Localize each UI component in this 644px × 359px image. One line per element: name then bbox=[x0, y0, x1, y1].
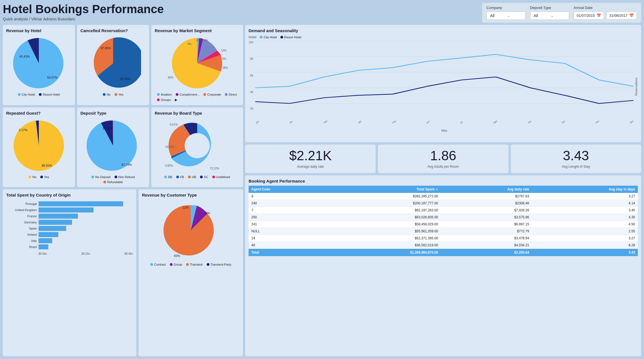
cancelled-title: Cancelled Reservation? bbox=[80, 28, 146, 33]
deposit-type-svg: 12.13% 87.73% bbox=[85, 118, 141, 174]
bar-track bbox=[39, 238, 133, 243]
bar-label: Spain bbox=[6, 227, 37, 230]
calendar-icon: 📅 bbox=[629, 13, 634, 18]
cell-total: $52,371,395.00 bbox=[330, 235, 441, 242]
footer-total-spent: $1,269,964,970.00 bbox=[330, 249, 441, 256]
cell-agent: 250 bbox=[249, 214, 330, 221]
company-select[interactable]: All ⌄ bbox=[486, 11, 526, 20]
deposit-select[interactable]: All ⌄ bbox=[530, 11, 569, 20]
kpi-value-0: $2.21K bbox=[289, 149, 332, 162]
svg-text:19.32%: 19.32% bbox=[165, 145, 175, 148]
cell-avg-stay: 3.27 bbox=[532, 193, 638, 200]
legend-city-hotel: City Hotel bbox=[18, 93, 35, 96]
cell-avg-stay: 4.50 bbox=[532, 221, 638, 228]
svg-text:54.57%: 54.57% bbox=[47, 76, 58, 79]
demand-chart-wrap: 10K 8K 6K 4K 2K bbox=[249, 41, 638, 132]
bar-row: Ireland bbox=[6, 232, 133, 237]
customer-svg: 11% 6% 83% bbox=[159, 200, 223, 261]
date-start-input[interactable]: 01/07/2015 📅 bbox=[574, 11, 604, 20]
cancelled-legend: No Yes bbox=[103, 93, 123, 96]
bar-row: Germany bbox=[6, 220, 133, 225]
col-avg-rate: Avg daily rate bbox=[441, 186, 532, 193]
deposit-label: Deposit Type bbox=[530, 6, 569, 10]
kpi-value-2: 3.43 bbox=[563, 149, 589, 162]
company-filter: Company All ⌄ bbox=[486, 6, 526, 20]
table-row: 250 $63,026,605.00 $3,575.96 4.35 bbox=[249, 214, 638, 221]
bar-row: Spain bbox=[6, 226, 133, 231]
legend-yes-rg: Yes bbox=[40, 175, 49, 179]
cell-avg-rate: $2767.63 bbox=[441, 193, 532, 200]
col-total-spent: Total Spent ▼ bbox=[330, 186, 441, 193]
revenue-hotel-legend: City Hotel Resort Hotel bbox=[18, 93, 60, 96]
table-row: 14 $52,371,395.00 $3,478.94 3.27 bbox=[249, 235, 638, 242]
line-chart-svg bbox=[255, 41, 633, 119]
cancelled-reservation-card: Cancelled Reservation? 37.05% 62.95% bbox=[77, 25, 149, 105]
svg-text:45.43%: 45.43% bbox=[19, 55, 30, 58]
bar-row: Italy bbox=[6, 238, 133, 243]
kpi-label-2: Avg Lenght of Stay bbox=[562, 165, 590, 169]
date-end-input[interactable]: 31/08/2017 📅 bbox=[606, 11, 637, 20]
mid-row: Repeated Guest? 3.17% 96.83% bbox=[3, 107, 243, 187]
legend-no-rg: No bbox=[28, 175, 36, 179]
repeated-guest-card: Repeated Guest? 3.17% 96.83% bbox=[3, 107, 75, 187]
legend-groups: Groups bbox=[157, 98, 171, 102]
legend-refundable: Refundable bbox=[103, 180, 123, 184]
cell-total: $92,197,263.00 bbox=[330, 207, 441, 214]
svg-text:3.17%: 3.17% bbox=[19, 128, 27, 132]
table-row: 241 $58,456,029.00 $6,897.15 4.50 bbox=[249, 221, 638, 228]
legend-scroll-icon[interactable]: ▶ bbox=[175, 98, 177, 102]
revenue-by-hotel-svg: 54.57% 45.43% bbox=[11, 35, 67, 91]
svg-text:72.12%: 72.12% bbox=[210, 167, 219, 170]
total-spent-country-card: Total Spent by Country of Origin Portuga… bbox=[3, 189, 136, 356]
bottom-row: Total Spent by Country of Origin Portuga… bbox=[3, 189, 243, 356]
cell-avg-stay: 2.55 bbox=[532, 228, 638, 235]
svg-text:6%: 6% bbox=[206, 211, 210, 215]
kpi-avg-adults: 1.86 Avg Adults per Room bbox=[378, 145, 508, 173]
cell-avg-rate: $3,575.96 bbox=[441, 214, 532, 221]
sort-icon[interactable]: ▼ bbox=[436, 188, 438, 191]
bar-row: France bbox=[6, 214, 133, 219]
bar-label: Italy bbox=[6, 239, 37, 242]
cell-total: $392,395,272.00 bbox=[330, 193, 441, 200]
arrival-label: Arrival Date bbox=[574, 6, 637, 10]
legend-fb: FB bbox=[176, 175, 184, 179]
cell-avg-rate: $4,034.21 bbox=[441, 242, 532, 249]
title-block: Hotel Bookings Performance Quick analysi… bbox=[3, 3, 476, 21]
board-svg: 6.61% 19.32% 0.85% 72.12% bbox=[161, 118, 233, 174]
arrival-filter: Arrival Date 01/07/2015 📅 31/08/2017 📅 bbox=[574, 6, 637, 20]
table-footer-row: Total $1,269,964,970.00 $2,205.64 3.43 bbox=[249, 249, 638, 256]
chevron-down-icon: ⌄ bbox=[507, 14, 522, 18]
legend-sc: SC bbox=[200, 175, 208, 179]
repeated-guest-title: Repeated Guest? bbox=[6, 111, 71, 115]
revenue-board-card: Revenue by Board Type bbox=[151, 107, 243, 187]
booking-agent-card: Booking Agent Performance Agent Code Tot… bbox=[245, 175, 641, 356]
table-row: 7 $92,197,263.00 $7,428.26 3.45 bbox=[249, 207, 638, 214]
page-subtitle: Quick analysis / Vilmar Adriano Bussolar… bbox=[3, 17, 476, 21]
booking-agent-title: Booking Agent Performance bbox=[249, 179, 638, 183]
svg-text:96.83%: 96.83% bbox=[42, 164, 52, 167]
bar-label: Portugal bbox=[6, 202, 37, 206]
svg-text:6.61%: 6.61% bbox=[170, 123, 178, 126]
y-axis: 10K 8K 6K 4K 2K bbox=[249, 41, 255, 119]
cell-agent: 240 bbox=[249, 200, 330, 207]
svg-text:0.85%: 0.85% bbox=[165, 164, 173, 167]
cell-avg-stay: 8.29 bbox=[532, 242, 638, 249]
legend-complement: Complement... bbox=[176, 93, 200, 96]
bar-row: Brazil bbox=[6, 244, 133, 249]
line-chart-area: jan fev mar abr mai jun jul ago set out … bbox=[255, 41, 633, 132]
cell-total: $58,456,029.00 bbox=[330, 221, 441, 228]
yes-dot bbox=[115, 93, 117, 96]
total-spent-title: Total Spent by Country of Origin bbox=[6, 193, 133, 197]
kpi-value-1: 1.86 bbox=[430, 149, 456, 162]
bar-track bbox=[39, 214, 133, 219]
cell-total: $36,562,019.00 bbox=[330, 242, 441, 249]
city-hotel-dot bbox=[18, 93, 21, 96]
svg-text:66%: 66% bbox=[168, 76, 173, 79]
demand-legend-row: Hotel City Hotel Resort Hotel bbox=[249, 35, 638, 39]
legend-corporate: Corporate bbox=[203, 93, 221, 96]
cell-avg-rate: $6,897.15 bbox=[441, 221, 532, 228]
demand-seasonality-card: Demand and Seasonality Hotel City Hotel … bbox=[245, 25, 641, 142]
cell-agent: 9 bbox=[249, 193, 330, 200]
svg-text:12%: 12% bbox=[221, 49, 226, 52]
legend-aviation: Aviation bbox=[157, 93, 172, 96]
